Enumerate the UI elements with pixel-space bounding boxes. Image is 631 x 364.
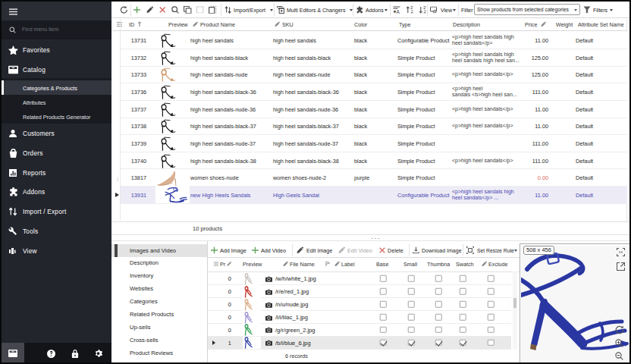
svg-text:A: A [397, 8, 400, 13]
